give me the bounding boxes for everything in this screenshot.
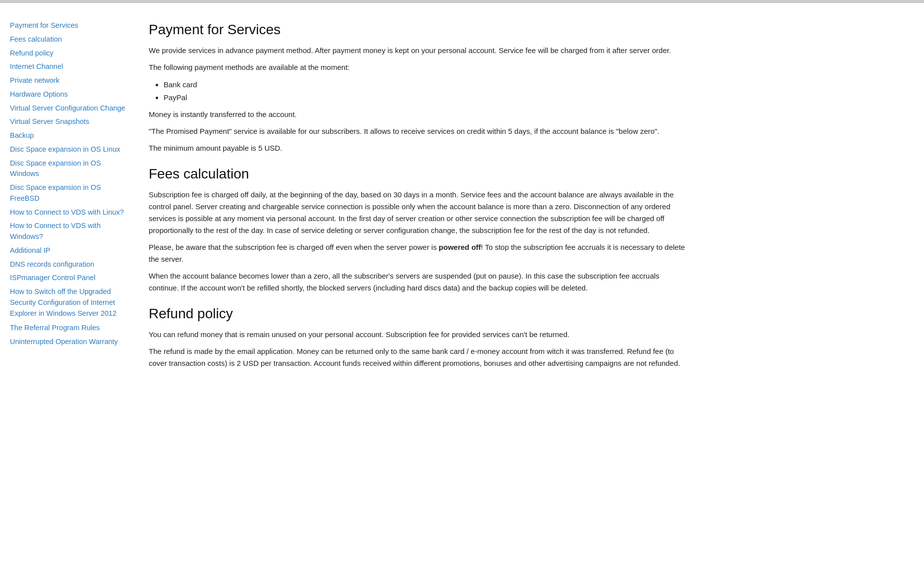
sidebar-link-uninterrupted-warranty[interactable]: Uninterrupted Operation Warranty (10, 335, 129, 349)
sidebar-link-switch-off-ie[interactable]: How to Switch off the Upgraded Security … (10, 285, 129, 320)
sidebar-link-internet-channel[interactable]: Internet Channel (10, 60, 129, 74)
section-payment-for-services: Payment for ServicesWe provide services … (149, 22, 689, 154)
section-paragraph: We provide services in advance payment m… (149, 45, 689, 57)
bold-text: powered off (439, 243, 481, 251)
sidebar-link-ispmanager[interactable]: ISPmanager Control Panel (10, 271, 129, 285)
content-wrapper: Payment for ServicesFees calculationRefu… (0, 17, 924, 381)
section-paragraph: Money is instantly transferred to the ac… (149, 109, 689, 120)
list-item: PayPal (164, 91, 689, 104)
sidebar-link-additional-ip[interactable]: Additional IP (10, 244, 129, 258)
sidebar-link-fees-calculation[interactable]: Fees calculation (10, 33, 129, 47)
sidebar-link-hardware-options[interactable]: Hardware Options (10, 88, 129, 102)
section-paragraph: The following payment methods are availa… (149, 61, 689, 73)
sidebar-link-referral-program[interactable]: The Referral Program Rules (10, 321, 129, 335)
sidebar-link-dns-records[interactable]: DNS records configuration (10, 258, 129, 272)
section-paragraph: The minimum amount payable is 5 USD. (149, 142, 689, 154)
sidebar-link-connect-linux[interactable]: How to Connect to VDS with Linux? (10, 206, 129, 220)
section-list-payment-for-services: Bank cardPayPal (164, 78, 689, 104)
section-paragraph: You can refund money that is remain unus… (149, 329, 689, 341)
sidebar: Payment for ServicesFees calculationRefu… (10, 17, 144, 381)
sidebar-link-backup[interactable]: Backup (10, 129, 129, 143)
sidebar-link-private-network[interactable]: Private network (10, 74, 129, 88)
sidebar-link-payment-for-services[interactable]: Payment for Services (10, 19, 129, 33)
sidebar-link-virtual-server-configuration-change[interactable]: Virtual Server Configuration Change (10, 102, 129, 116)
sidebar-link-disc-space-freebsd[interactable]: Disc Space expansion in OS FreeBSD (10, 181, 129, 206)
list-item: Bank card (164, 78, 689, 91)
section-fees-calculation: Fees calculationSubscription fee is char… (149, 166, 689, 294)
section-paragraph: The refund is made by the email applicat… (149, 346, 689, 369)
section-refund-policy: Refund policyYou can refund money that i… (149, 306, 689, 369)
section-paragraph: Subscription fee is charged off daily, a… (149, 189, 689, 236)
section-heading-refund-policy: Refund policy (149, 306, 689, 322)
sidebar-link-virtual-server-snapshots[interactable]: Virtual Server Snapshots (10, 115, 129, 129)
section-heading-payment-for-services: Payment for Services (149, 22, 689, 38)
section-paragraph: "The Promised Payment" service is availa… (149, 125, 689, 137)
section-paragraph: Please, be aware that the subscription f… (149, 241, 689, 265)
section-paragraph: When the account balance becomes lower t… (149, 270, 689, 294)
section-heading-fees-calculation: Fees calculation (149, 166, 689, 182)
sidebar-link-disc-space-windows[interactable]: Disc Space expansion in OS Windows (10, 157, 129, 181)
page-title (0, 3, 924, 17)
sidebar-link-connect-windows[interactable]: How to Connect to VDS with Windows? (10, 219, 129, 244)
main-content: Payment for ServicesWe provide services … (144, 17, 689, 381)
sidebar-link-disc-space-linux[interactable]: Disc Space expansion in OS Linux (10, 143, 129, 157)
sidebar-link-refund-policy[interactable]: Refund policy (10, 47, 129, 60)
